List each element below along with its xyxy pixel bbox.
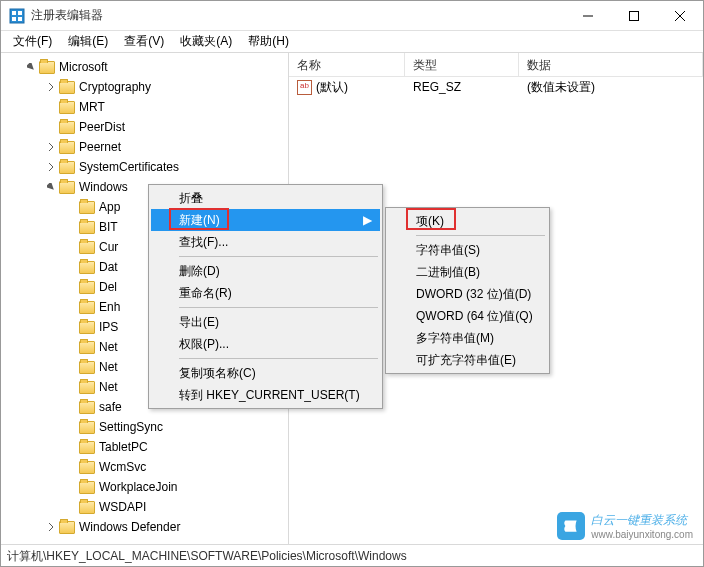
maximize-button[interactable] <box>611 1 657 31</box>
expander-spacer <box>65 361 77 373</box>
expander-icon[interactable] <box>45 141 57 153</box>
list-row[interactable]: (默认) REG_SZ (数值未设置) <box>289 77 703 97</box>
tree-node[interactable]: SystemCertificates <box>1 157 288 177</box>
folder-icon <box>79 361 95 374</box>
menu-separator <box>179 307 378 308</box>
watermark: 白云一键重装系统 www.baiyunxitong.com <box>557 512 693 540</box>
tree-node[interactable]: Peernet <box>1 137 288 157</box>
status-bar: 计算机\HKEY_LOCAL_MACHINE\SOFTWARE\Policies… <box>1 544 703 566</box>
menu-help[interactable]: 帮助(H) <box>240 31 297 52</box>
minimize-button[interactable] <box>565 1 611 31</box>
tree-node[interactable]: PeerDist <box>1 117 288 137</box>
folder-icon <box>39 61 55 74</box>
tree-label: SystemCertificates <box>79 160 179 174</box>
string-value-icon <box>297 80 312 95</box>
expander-icon[interactable] <box>45 161 57 173</box>
tree-node[interactable]: WorkplaceJoin <box>1 477 288 497</box>
cm-rename[interactable]: 重命名(R) <box>151 282 380 304</box>
expander-spacer <box>65 421 77 433</box>
expander-icon[interactable] <box>45 81 57 93</box>
cm-find[interactable]: 查找(F)... <box>151 231 380 253</box>
expander-spacer <box>65 381 77 393</box>
tree-label: safe <box>99 400 122 414</box>
tree-label: Peernet <box>79 140 121 154</box>
menu-view[interactable]: 查看(V) <box>116 31 172 52</box>
tree-label: Net <box>99 340 118 354</box>
folder-icon <box>79 381 95 394</box>
tree-node[interactable]: Cryptography <box>1 77 288 97</box>
folder-icon <box>79 341 95 354</box>
col-type[interactable]: 类型 <box>405 53 519 76</box>
folder-icon <box>59 121 75 134</box>
tree-node[interactable]: MRT <box>1 97 288 117</box>
status-path: 计算机\HKEY_LOCAL_MACHINE\SOFTWARE\Policies… <box>7 549 407 563</box>
expander-icon[interactable] <box>25 61 37 73</box>
cm-new-expandstring[interactable]: 可扩充字符串值(E) <box>388 349 547 371</box>
cm-new-dword[interactable]: DWORD (32 位)值(D) <box>388 283 547 305</box>
cell-data: (数值未设置) <box>519 79 703 96</box>
cm-new-multistring[interactable]: 多字符串值(M) <box>388 327 547 349</box>
cm-new-qword[interactable]: QWORD (64 位)值(Q) <box>388 305 547 327</box>
cm-new[interactable]: 新建(N)▶ <box>151 209 380 231</box>
tree-label: SettingSync <box>99 420 163 434</box>
tree-label: Cryptography <box>79 80 151 94</box>
folder-icon <box>79 481 95 494</box>
expander-spacer <box>65 461 77 473</box>
folder-icon <box>79 241 95 254</box>
close-button[interactable] <box>657 1 703 31</box>
cell-type: REG_SZ <box>405 80 519 94</box>
folder-icon <box>79 221 95 234</box>
cm-new-string[interactable]: 字符串值(S) <box>388 239 547 261</box>
menu-favorites[interactable]: 收藏夹(A) <box>172 31 240 52</box>
tree-label: Del <box>99 280 117 294</box>
folder-icon <box>79 501 95 514</box>
tree-node[interactable]: Windows Defender <box>1 517 288 537</box>
expander-spacer <box>65 261 77 273</box>
cm-permissions[interactable]: 权限(P)... <box>151 333 380 355</box>
tree-label: Cur <box>99 240 118 254</box>
folder-icon <box>79 321 95 334</box>
tree-label: Net <box>99 380 118 394</box>
svg-rect-6 <box>630 11 639 20</box>
cm-copy-key-name[interactable]: 复制项名称(C) <box>151 362 380 384</box>
expander-icon[interactable] <box>45 181 57 193</box>
tree-node[interactable]: WSDAPI <box>1 497 288 517</box>
tree-label: TabletPC <box>99 440 148 454</box>
col-data[interactable]: 数据 <box>519 53 703 76</box>
context-submenu: 项(K) 字符串值(S) 二进制值(B) DWORD (32 位)值(D) QW… <box>385 207 550 374</box>
app-icon <box>9 8 25 24</box>
expander-spacer <box>45 121 57 133</box>
cm-new-binary[interactable]: 二进制值(B) <box>388 261 547 283</box>
col-name[interactable]: 名称 <box>289 53 405 76</box>
cm-export[interactable]: 导出(E) <box>151 311 380 333</box>
tree-label: PeerDist <box>79 120 125 134</box>
menu-file[interactable]: 文件(F) <box>5 31 60 52</box>
folder-icon <box>59 81 75 94</box>
folder-icon <box>79 261 95 274</box>
expander-spacer <box>65 341 77 353</box>
tree-label: App <box>99 200 120 214</box>
folder-icon <box>79 301 95 314</box>
tree-node[interactable]: WcmSvc <box>1 457 288 477</box>
menu-separator <box>179 358 378 359</box>
svg-rect-2 <box>18 11 22 15</box>
cm-goto-hkcu[interactable]: 转到 HKEY_CURRENT_USER(T) <box>151 384 380 406</box>
expander-spacer <box>65 501 77 513</box>
tree-node[interactable]: Microsoft <box>1 57 288 77</box>
window-title: 注册表编辑器 <box>31 7 565 24</box>
cm-delete[interactable]: 删除(D) <box>151 260 380 282</box>
list-header: 名称 类型 数据 <box>289 53 703 77</box>
tree-node[interactable]: TabletPC <box>1 437 288 457</box>
tree-node[interactable]: SettingSync <box>1 417 288 437</box>
expander-spacer <box>65 441 77 453</box>
expander-spacer <box>65 321 77 333</box>
tree-label: Net <box>99 360 118 374</box>
tree-label: IPS <box>99 320 118 334</box>
folder-icon <box>59 181 75 194</box>
cm-collapse[interactable]: 折叠 <box>151 187 380 209</box>
cm-new-key[interactable]: 项(K) <box>388 210 547 232</box>
expander-icon[interactable] <box>45 521 57 533</box>
tree-label: Windows Defender <box>79 520 180 534</box>
menu-edit[interactable]: 编辑(E) <box>60 31 116 52</box>
menu-bar: 文件(F) 编辑(E) 查看(V) 收藏夹(A) 帮助(H) <box>1 31 703 53</box>
